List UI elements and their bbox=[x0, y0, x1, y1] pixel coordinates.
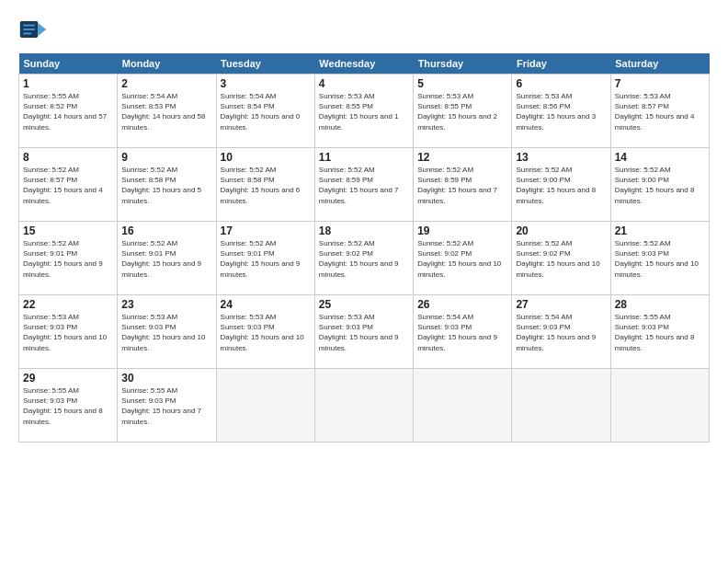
calendar-cell: 12Sunrise: 5:52 AMSunset: 8:59 PMDayligh… bbox=[414, 148, 512, 222]
calendar-cell: 18Sunrise: 5:52 AMSunset: 9:02 PMDayligh… bbox=[314, 222, 413, 295]
day-header-thursday: Thursday bbox=[414, 53, 512, 75]
day-number: 13 bbox=[516, 151, 606, 164]
day-number: 21 bbox=[615, 224, 705, 237]
calendar-week-1: 1Sunrise: 5:55 AMSunset: 8:52 PMDaylight… bbox=[19, 75, 710, 148]
svg-marker-1 bbox=[38, 23, 46, 36]
calendar-cell: 13Sunrise: 5:52 AMSunset: 9:00 PMDayligh… bbox=[512, 148, 610, 222]
calendar-cell: 25Sunrise: 5:53 AMSunset: 9:03 PMDayligh… bbox=[314, 295, 413, 369]
day-number: 4 bbox=[319, 77, 409, 90]
day-number: 18 bbox=[319, 224, 409, 237]
day-number: 3 bbox=[221, 77, 311, 90]
calendar-table: SundayMondayTuesdayWednesdayThursdayFrid… bbox=[18, 53, 710, 442]
calendar-header-row: SundayMondayTuesdayWednesdayThursdayFrid… bbox=[19, 53, 710, 75]
svg-rect-3 bbox=[23, 29, 34, 30]
day-number: 8 bbox=[23, 151, 113, 164]
day-info: Sunrise: 5:55 AMSunset: 9:03 PMDaylight:… bbox=[615, 312, 705, 353]
day-info: Sunrise: 5:53 AMSunset: 8:56 PMDaylight:… bbox=[516, 91, 606, 132]
day-number: 7 bbox=[615, 77, 705, 90]
day-info: Sunrise: 5:52 AMSunset: 8:58 PMDaylight:… bbox=[221, 165, 311, 206]
logo-icon bbox=[18, 15, 48, 44]
calendar-cell bbox=[512, 369, 610, 442]
day-info: Sunrise: 5:52 AMSunset: 9:01 PMDaylight:… bbox=[121, 238, 211, 280]
day-info: Sunrise: 5:54 AMSunset: 9:03 PMDaylight:… bbox=[516, 312, 606, 353]
day-number: 29 bbox=[23, 372, 113, 385]
day-info: Sunrise: 5:52 AMSunset: 8:58 PMDaylight:… bbox=[121, 165, 211, 206]
day-number: 9 bbox=[121, 151, 211, 164]
calendar-cell: 19Sunrise: 5:52 AMSunset: 9:02 PMDayligh… bbox=[414, 222, 512, 295]
day-number: 19 bbox=[417, 224, 507, 237]
day-info: Sunrise: 5:52 AMSunset: 9:01 PMDaylight:… bbox=[23, 238, 113, 280]
day-info: Sunrise: 5:55 AMSunset: 9:03 PMDaylight:… bbox=[23, 385, 113, 427]
day-info: Sunrise: 5:52 AMSunset: 9:03 PMDaylight:… bbox=[615, 238, 705, 280]
calendar-cell: 20Sunrise: 5:52 AMSunset: 9:02 PMDayligh… bbox=[512, 222, 610, 295]
calendar-cell: 5Sunrise: 5:53 AMSunset: 8:55 PMDaylight… bbox=[414, 75, 512, 148]
day-number: 28 bbox=[615, 298, 705, 311]
day-number: 1 bbox=[23, 77, 113, 90]
calendar-cell: 22Sunrise: 5:53 AMSunset: 9:03 PMDayligh… bbox=[19, 295, 118, 369]
day-number: 25 bbox=[319, 298, 409, 311]
day-header-monday: Monday bbox=[118, 53, 216, 75]
day-number: 15 bbox=[23, 224, 113, 237]
day-info: Sunrise: 5:54 AMSunset: 8:53 PMDaylight:… bbox=[121, 91, 211, 132]
calendar-cell: 24Sunrise: 5:53 AMSunset: 9:03 PMDayligh… bbox=[216, 295, 314, 369]
calendar-cell: 2Sunrise: 5:54 AMSunset: 8:53 PMDaylight… bbox=[118, 75, 216, 148]
day-info: Sunrise: 5:52 AMSunset: 9:00 PMDaylight:… bbox=[516, 165, 606, 206]
calendar-cell: 30Sunrise: 5:55 AMSunset: 9:03 PMDayligh… bbox=[118, 369, 216, 442]
day-number: 30 bbox=[121, 372, 211, 385]
day-number: 26 bbox=[417, 298, 507, 311]
calendar-body: 1Sunrise: 5:55 AMSunset: 8:52 PMDaylight… bbox=[19, 75, 710, 442]
calendar-cell: 29Sunrise: 5:55 AMSunset: 9:03 PMDayligh… bbox=[19, 369, 118, 442]
calendar-cell: 28Sunrise: 5:55 AMSunset: 9:03 PMDayligh… bbox=[610, 295, 709, 369]
calendar-cell: 23Sunrise: 5:53 AMSunset: 9:03 PMDayligh… bbox=[118, 295, 216, 369]
day-info: Sunrise: 5:52 AMSunset: 9:02 PMDaylight:… bbox=[516, 238, 606, 280]
calendar-cell: 15Sunrise: 5:52 AMSunset: 9:01 PMDayligh… bbox=[19, 222, 118, 295]
calendar-cell: 8Sunrise: 5:52 AMSunset: 8:57 PMDaylight… bbox=[19, 148, 118, 222]
day-info: Sunrise: 5:54 AMSunset: 9:03 PMDaylight:… bbox=[417, 312, 507, 353]
calendar-cell: 14Sunrise: 5:52 AMSunset: 9:00 PMDayligh… bbox=[610, 148, 709, 222]
calendar-cell: 1Sunrise: 5:55 AMSunset: 8:52 PMDaylight… bbox=[19, 75, 118, 148]
day-number: 16 bbox=[121, 224, 211, 237]
day-number: 23 bbox=[121, 298, 211, 311]
day-info: Sunrise: 5:53 AMSunset: 9:03 PMDaylight:… bbox=[319, 312, 409, 353]
day-info: Sunrise: 5:55 AMSunset: 9:03 PMDaylight:… bbox=[121, 385, 211, 427]
day-header-tuesday: Tuesday bbox=[216, 53, 314, 75]
logo bbox=[18, 15, 51, 44]
calendar-cell: 3Sunrise: 5:54 AMSunset: 8:54 PMDaylight… bbox=[216, 75, 314, 148]
svg-rect-2 bbox=[23, 25, 34, 27]
calendar-cell: 17Sunrise: 5:52 AMSunset: 9:01 PMDayligh… bbox=[216, 222, 314, 295]
day-info: Sunrise: 5:52 AMSunset: 9:01 PMDaylight:… bbox=[221, 238, 311, 280]
calendar-cell: 6Sunrise: 5:53 AMSunset: 8:56 PMDaylight… bbox=[512, 75, 610, 148]
day-header-wednesday: Wednesday bbox=[314, 53, 413, 75]
day-number: 24 bbox=[221, 298, 311, 311]
page-header bbox=[18, 15, 710, 44]
calendar-cell: 7Sunrise: 5:53 AMSunset: 8:57 PMDaylight… bbox=[610, 75, 709, 148]
calendar-cell: 16Sunrise: 5:52 AMSunset: 9:01 PMDayligh… bbox=[118, 222, 216, 295]
day-info: Sunrise: 5:52 AMSunset: 8:59 PMDaylight:… bbox=[417, 165, 507, 206]
day-number: 27 bbox=[516, 298, 606, 311]
day-info: Sunrise: 5:53 AMSunset: 8:57 PMDaylight:… bbox=[615, 91, 705, 132]
day-info: Sunrise: 5:52 AMSunset: 9:00 PMDaylight:… bbox=[615, 165, 705, 206]
calendar-week-3: 15Sunrise: 5:52 AMSunset: 9:01 PMDayligh… bbox=[19, 222, 710, 295]
svg-rect-4 bbox=[23, 33, 31, 35]
calendar-week-5: 29Sunrise: 5:55 AMSunset: 9:03 PMDayligh… bbox=[19, 369, 710, 442]
calendar-cell: 9Sunrise: 5:52 AMSunset: 8:58 PMDaylight… bbox=[118, 148, 216, 222]
calendar-cell: 4Sunrise: 5:53 AMSunset: 8:55 PMDaylight… bbox=[314, 75, 413, 148]
day-number: 11 bbox=[319, 151, 409, 164]
day-number: 14 bbox=[615, 151, 705, 164]
calendar-cell bbox=[314, 369, 413, 442]
calendar-cell: 10Sunrise: 5:52 AMSunset: 8:58 PMDayligh… bbox=[216, 148, 314, 222]
day-info: Sunrise: 5:54 AMSunset: 8:54 PMDaylight:… bbox=[221, 91, 311, 132]
day-header-friday: Friday bbox=[512, 53, 610, 75]
day-info: Sunrise: 5:53 AMSunset: 8:55 PMDaylight:… bbox=[417, 91, 507, 132]
day-info: Sunrise: 5:55 AMSunset: 8:52 PMDaylight:… bbox=[23, 91, 113, 132]
day-info: Sunrise: 5:53 AMSunset: 9:03 PMDaylight:… bbox=[23, 312, 113, 353]
day-info: Sunrise: 5:53 AMSunset: 9:03 PMDaylight:… bbox=[121, 312, 211, 353]
day-info: Sunrise: 5:52 AMSunset: 8:57 PMDaylight:… bbox=[23, 165, 113, 206]
calendar-week-2: 8Sunrise: 5:52 AMSunset: 8:57 PMDaylight… bbox=[19, 148, 710, 222]
day-number: 12 bbox=[417, 151, 507, 164]
day-info: Sunrise: 5:53 AMSunset: 9:03 PMDaylight:… bbox=[221, 312, 311, 353]
day-number: 20 bbox=[516, 224, 606, 237]
calendar-cell: 21Sunrise: 5:52 AMSunset: 9:03 PMDayligh… bbox=[610, 222, 709, 295]
day-number: 2 bbox=[121, 77, 211, 90]
calendar-cell: 26Sunrise: 5:54 AMSunset: 9:03 PMDayligh… bbox=[414, 295, 512, 369]
